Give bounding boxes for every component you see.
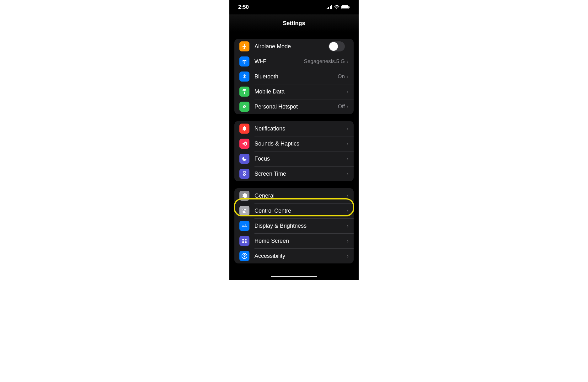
settings-row-sounds-haptics[interactable]: Sounds & Haptics › <box>234 136 354 151</box>
text-size-icon: AA <box>239 221 249 231</box>
wifi-icon <box>334 5 339 9</box>
svg-rect-13 <box>242 239 244 240</box>
home-indicator[interactable] <box>271 276 317 277</box>
chevron-right-icon: › <box>347 156 350 162</box>
svg-rect-0 <box>327 8 328 9</box>
airplane-icon <box>239 41 249 51</box>
chevron-right-icon: › <box>347 171 350 177</box>
svg-rect-16 <box>245 241 247 243</box>
gear-icon <box>239 191 249 201</box>
row-label: Focus <box>254 156 347 162</box>
settings-row-mobile-data[interactable]: Mobile Data › <box>234 84 354 99</box>
moon-icon <box>239 154 249 164</box>
row-label: Bluetooth <box>254 73 338 80</box>
chevron-right-icon: › <box>347 208 350 214</box>
settings-row-general[interactable]: General › <box>234 188 354 203</box>
home-grid-icon <box>239 236 249 246</box>
sliders-icon <box>239 206 249 216</box>
chevron-right-icon: › <box>347 193 350 199</box>
chevron-right-icon: › <box>347 73 350 80</box>
settings-row-screen-time[interactable]: Screen Time › <box>234 166 354 181</box>
settings-row-airplane-mode[interactable]: Airplane Mode <box>234 39 354 54</box>
settings-row-home-screen[interactable]: Home Screen › <box>234 233 354 248</box>
antenna-icon <box>239 87 249 97</box>
chevron-right-icon: › <box>347 88 350 95</box>
row-label: Screen Time <box>254 171 347 177</box>
settings-row-accessibility[interactable]: Accessibility › <box>234 248 354 263</box>
battery-icon <box>341 5 350 9</box>
settings-group-notifications: Notifications › Sounds & Haptics › <box>234 121 354 181</box>
hourglass-icon <box>239 169 249 179</box>
status-indicators <box>327 5 350 9</box>
row-label: Airplane Mode <box>254 43 329 50</box>
bluetooth-icon <box>239 72 249 82</box>
svg-rect-14 <box>245 239 247 240</box>
row-value: Off <box>338 103 345 110</box>
svg-point-10 <box>245 211 246 212</box>
chevron-right-icon: › <box>347 238 350 244</box>
chevron-right-icon: › <box>347 223 350 229</box>
chevron-right-icon: › <box>347 103 350 110</box>
svg-rect-15 <box>242 241 244 243</box>
row-label: Home Screen <box>254 238 347 244</box>
chevron-right-icon: › <box>347 58 350 65</box>
row-label: Mobile Data <box>254 88 347 95</box>
settings-group-connectivity: Airplane Mode Wi-Fi Segagenesis.5 G › <box>234 39 354 114</box>
settings-row-control-centre[interactable]: Control Centre › <box>234 203 354 218</box>
row-value: On <box>338 73 345 80</box>
wifi-settings-icon <box>239 56 249 66</box>
bell-icon <box>239 124 249 134</box>
chevron-right-icon: › <box>347 253 350 259</box>
svg-text:A: A <box>242 225 244 228</box>
row-label: Sounds & Haptics <box>254 141 347 147</box>
settings-list: Airplane Mode Wi-Fi Segagenesis.5 G › <box>229 39 359 263</box>
status-time: 2:50 <box>238 4 249 10</box>
status-bar: 2:50 <box>229 0 359 14</box>
settings-row-wifi[interactable]: Wi-Fi Segagenesis.5 G › <box>234 54 354 69</box>
row-value: Segagenesis.5 G <box>304 58 345 65</box>
settings-row-focus[interactable]: Focus › <box>234 151 354 166</box>
settings-row-bluetooth[interactable]: Bluetooth On › <box>234 69 354 84</box>
svg-rect-5 <box>342 6 348 8</box>
hotspot-icon <box>239 102 249 112</box>
svg-text:A: A <box>244 224 247 228</box>
svg-rect-2 <box>330 6 331 9</box>
svg-point-9 <box>243 209 244 210</box>
chevron-right-icon: › <box>347 125 350 132</box>
row-label: Notifications <box>254 125 347 132</box>
svg-rect-3 <box>331 5 332 9</box>
row-label: Control Centre <box>254 208 347 214</box>
chevron-right-icon: › <box>347 141 350 147</box>
settings-row-notifications[interactable]: Notifications › <box>234 121 354 136</box>
row-label: General <box>254 193 347 199</box>
accessibility-icon <box>239 251 249 261</box>
svg-rect-1 <box>328 7 329 9</box>
airplane-toggle[interactable] <box>329 41 345 51</box>
row-label: Personal Hotspot <box>254 103 338 110</box>
page-title: Settings <box>229 14 359 32</box>
speaker-icon <box>239 139 249 149</box>
settings-row-personal-hotspot[interactable]: Personal Hotspot Off › <box>234 99 354 114</box>
svg-rect-6 <box>349 7 350 8</box>
svg-point-18 <box>244 254 245 255</box>
settings-row-display-brightness[interactable]: AA Display & Brightness › <box>234 218 354 233</box>
settings-group-general: General › Control Centre › AA <box>234 188 354 263</box>
row-label: Accessibility <box>254 253 347 259</box>
row-label: Display & Brightness <box>254 223 347 229</box>
cellular-icon <box>327 5 332 9</box>
row-label: Wi-Fi <box>254 58 304 65</box>
